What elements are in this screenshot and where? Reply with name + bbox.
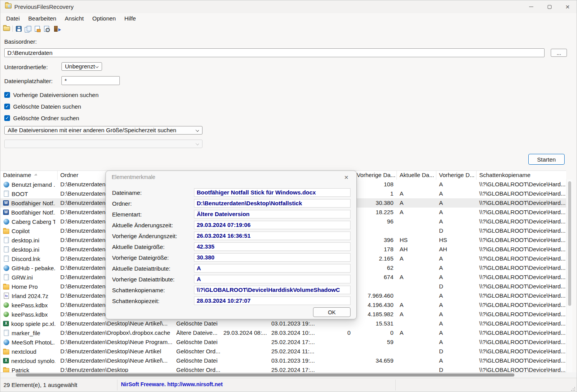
vertical-scrollbar-thumb[interactable] xyxy=(568,181,571,306)
table-cell: 396 xyxy=(354,235,397,245)
dialog-field-value[interactable]: \\?\GLOBALROOT\Device\HarddiskVolumeShad… xyxy=(194,286,351,294)
dialog-field-value[interactable]: A xyxy=(194,264,351,273)
column-header-dateiname[interactable]: Dateiname xyxy=(0,171,58,180)
ok-button[interactable]: OK xyxy=(313,307,351,317)
table-cell: nextcloud xyxy=(0,347,58,356)
table-row[interactable]: koop spiele pc.xl...D:\Benutzerdaten\Des… xyxy=(0,319,566,328)
table-cell xyxy=(316,319,354,328)
table-row[interactable]: marker_fileD:\Benutzerdaten\Dropbox\.dro… xyxy=(0,328,566,337)
menu-item-optionen[interactable]: Optionen xyxy=(88,14,120,23)
wildcard-input[interactable]: * xyxy=(61,76,120,85)
dialog-field: Schattenkopiezeit:28.03.2024 10:27:07 xyxy=(112,295,351,306)
dialog-field-value[interactable]: D:\Benutzerdaten\Desktop\Notfallstick xyxy=(194,199,351,208)
subfolder-depth-select[interactable]: Unbegrenzt xyxy=(61,62,102,71)
dialog-field-value[interactable]: 30.380 xyxy=(194,253,351,262)
dialog-field-value[interactable]: Ältere Dateiversion xyxy=(194,210,351,218)
file-file-icon xyxy=(3,246,9,252)
maximize-button[interactable] xyxy=(540,0,558,13)
menu-item-datei[interactable]: Datei xyxy=(2,14,24,23)
status-brand-link[interactable]: NirSoft Freeware. http://www.nirsoft.net xyxy=(121,381,223,387)
table-cell: A xyxy=(436,217,477,226)
file-file-icon xyxy=(3,237,9,243)
resize-grip[interactable] xyxy=(570,386,575,391)
table-cell: 34.659 xyxy=(354,356,397,365)
browse-button[interactable]: ... xyxy=(551,49,567,57)
menu-item-bearbeiten[interactable]: Bearbeiten xyxy=(24,14,61,23)
table-cell: 25.02.2024 17:... xyxy=(269,365,316,372)
table-cell xyxy=(397,347,436,356)
horizontal-scrollbar[interactable] xyxy=(0,372,566,377)
table-cell xyxy=(397,319,436,328)
table-cell: 30.380 xyxy=(354,198,397,208)
base-folder-input[interactable]: D:\Benutzerdaten xyxy=(4,48,545,57)
file-version-filter-select[interactable]: Alle Dateiversionen mit einer anderen Gr… xyxy=(4,126,203,135)
table-cell: 29.03.2024 08:... xyxy=(221,328,269,337)
table-cell: \\?\GLOBALROOT\Device\Hard... xyxy=(477,273,566,282)
dialog-field-value[interactable]: 42.335 xyxy=(194,242,351,251)
table-cell: A xyxy=(397,328,436,337)
dialog-field-label: Aktuelle Änderungszeit: xyxy=(112,222,194,228)
dialog-field-value[interactable]: A xyxy=(194,275,351,283)
open-folder-button[interactable] xyxy=(2,24,11,33)
file-name: Bootfähiger Notf... xyxy=(11,209,55,216)
table-cell: \\?\GLOBALROOT\Device\Hard... xyxy=(477,263,566,273)
copy-button[interactable] xyxy=(23,24,32,33)
find-button[interactable] xyxy=(42,24,51,33)
minimize-button[interactable] xyxy=(522,0,540,13)
checkbox-2[interactable]: ✓Gelöschte Dateien suchen xyxy=(4,103,81,110)
table-row[interactable]: nextcloud synolo...D:\Benutzerdaten\Desk… xyxy=(0,356,566,365)
table-cell: Discord.lnk xyxy=(0,254,58,263)
dialog-field-value[interactable]: Bootfähiger Notfall Stick für Windows.do… xyxy=(194,188,351,197)
table-cell: \\?\GLOBALROOT\Device\Hard... xyxy=(477,208,566,217)
column-header-aktuelle-da[interactable]: Aktuelle Da... xyxy=(397,171,436,180)
table-cell: A xyxy=(436,328,477,337)
menu-item-hilfe[interactable]: Hilfe xyxy=(120,14,140,23)
table-cell: 2.165 xyxy=(354,254,397,263)
table-cell xyxy=(397,263,436,273)
table-cell xyxy=(397,337,436,347)
menu-item-ansicht[interactable]: Ansicht xyxy=(61,14,88,23)
table-cell: A xyxy=(436,254,477,263)
table-row[interactable]: MeeSoft PhotoL...D:\Benutzerdaten\Deskto… xyxy=(0,337,566,347)
checkbox-3[interactable]: ✓Gelöschte Ordner suchen xyxy=(4,115,79,121)
close-icon: ✕ xyxy=(344,174,349,181)
table-row[interactable]: PatrickD:\Benutzerdaten\DesktopGelöschte… xyxy=(0,365,566,372)
column-header-schattenkopiename[interactable]: Schattenkopiename xyxy=(477,171,566,180)
table-cell xyxy=(397,356,436,365)
table-cell: D xyxy=(436,365,477,372)
properties-button[interactable] xyxy=(32,24,42,33)
column-header-vorherige-da[interactable]: Vorherige Da... xyxy=(354,171,397,180)
checkbox-icon[interactable]: ✓ xyxy=(4,92,10,98)
dialog-field-value[interactable]: 29.03.2024 07:19:06 xyxy=(194,221,351,229)
table-cell: Bootfähiger Notf... xyxy=(0,198,58,208)
close-button[interactable]: ✕ xyxy=(558,0,577,13)
table-cell: \\?\GLOBALROOT\Device\Hard... xyxy=(477,198,566,208)
vertical-scrollbar[interactable] xyxy=(566,179,572,372)
table-cell: 1 xyxy=(354,189,397,198)
exit-button[interactable] xyxy=(51,24,60,33)
file-file-icon xyxy=(3,191,9,197)
checkbox-icon[interactable]: ✓ xyxy=(4,115,10,121)
table-cell: \\?\GLOBALROOT\Device\Hard... xyxy=(477,356,566,365)
column-header-vorherige-d[interactable]: Vorherige D... xyxy=(436,171,477,180)
start-button[interactable]: Starten xyxy=(528,154,565,165)
dialog-field-label: Schattenkopiename: xyxy=(112,287,194,293)
table-cell: A xyxy=(436,319,477,328)
table-row[interactable]: nextcloudD:\Benutzerdaten\Desktop\Neue A… xyxy=(0,347,566,356)
dialog-field: Vorherige Änderungszeit:26.03.2024 16:36… xyxy=(112,230,351,241)
table-cell: HS xyxy=(397,235,436,245)
copy-icon xyxy=(25,26,31,32)
checkbox-icon[interactable]: ✓ xyxy=(4,104,10,109)
globe-file-icon xyxy=(3,218,9,225)
dialog-field-value[interactable]: 28.03.2024 10:27:07 xyxy=(194,297,351,305)
table-cell: desktop.ini xyxy=(0,235,58,245)
checkbox-1[interactable]: ✓Vorherige Dateiversionen suchen xyxy=(4,92,99,98)
table-cell xyxy=(221,365,269,372)
dialog-field-value[interactable]: 26.03.2024 16:36:51 xyxy=(194,232,351,240)
dialog-field-label: Vorherige Dateigröße: xyxy=(112,254,194,261)
table-cell: 25.02.2024 17:... xyxy=(269,337,316,347)
dialog-close-button[interactable]: ✕ xyxy=(340,172,352,182)
horizontal-scrollbar-thumb[interactable] xyxy=(16,373,514,377)
save-button[interactable] xyxy=(14,24,23,33)
table-cell: A xyxy=(397,208,436,217)
